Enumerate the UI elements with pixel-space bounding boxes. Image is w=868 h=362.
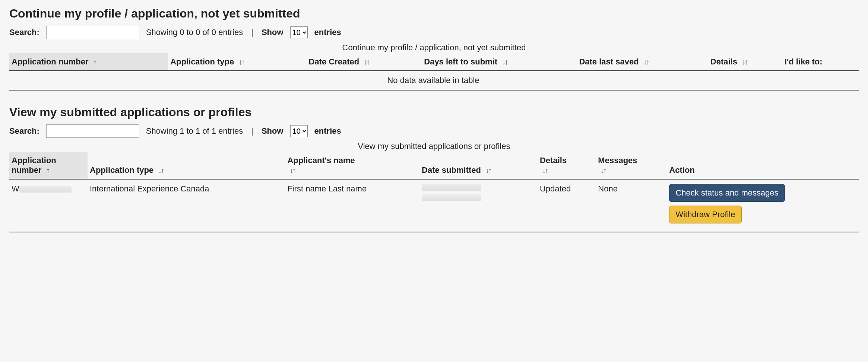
check-status-button[interactable]: Check status and messages xyxy=(669,184,785,202)
cell-application-number: W xyxy=(9,179,88,232)
sort-asc-icon: ↑ xyxy=(46,166,50,175)
continue-table-caption: Continue my profile / application, not y… xyxy=(9,43,859,53)
cell-details: Updated xyxy=(538,179,596,232)
cell-application-type: International Experience Canada xyxy=(88,179,285,232)
sort-both-icon: ↓↑ xyxy=(502,58,507,66)
col-label: I'd like to: xyxy=(785,57,823,66)
col-label: Action xyxy=(669,165,694,175)
col-application-number[interactable]: Application number ↑ xyxy=(9,53,168,71)
col-label: Days left to submit xyxy=(424,57,497,66)
col-application-number[interactable]: Application number ↑ xyxy=(9,152,88,179)
sort-both-icon: ↓↑ xyxy=(158,166,163,175)
col-label: Application type xyxy=(90,165,153,175)
col-messages[interactable]: Messages ↓↑ xyxy=(596,152,667,179)
sort-both-icon: ↓↑ xyxy=(600,166,605,175)
col-application-type[interactable]: Application type ↓↑ xyxy=(168,53,306,71)
col-label: Applicant's name xyxy=(287,156,355,165)
col-applicant-name[interactable]: Applicant's name ↓↑ xyxy=(285,152,419,179)
submitted-showing-text: Showing 1 to 1 of 1 entries xyxy=(146,126,243,136)
submitted-entries-select[interactable]: 10 xyxy=(290,125,308,137)
redacted-text xyxy=(19,186,72,193)
submitted-section-title: View my submitted applications or profil… xyxy=(9,105,859,119)
show-label: Show xyxy=(262,126,283,136)
col-date-last-saved[interactable]: Date last saved ↓↑ xyxy=(577,53,708,71)
col-label: Details xyxy=(710,57,737,66)
continue-table: Application number ↑ Application type ↓↑… xyxy=(9,53,859,90)
divider: | xyxy=(251,28,253,37)
continue-search-input[interactable] xyxy=(46,26,139,39)
cell-date-submitted xyxy=(419,179,538,232)
sort-asc-icon: ↑ xyxy=(93,58,97,66)
col-date-submitted[interactable]: Date submitted ↓↑ xyxy=(419,152,538,179)
submitted-table: Application number ↑ Application type ↓↑… xyxy=(9,152,859,232)
col-action: Action xyxy=(667,152,859,179)
entries-label: entries xyxy=(314,126,341,136)
redacted-text xyxy=(422,184,481,191)
continue-controls: Search: Showing 0 to 0 of 0 entries | Sh… xyxy=(9,26,859,39)
withdraw-profile-button[interactable]: Withdraw Profile xyxy=(669,206,741,223)
sort-both-icon: ↓↑ xyxy=(643,58,649,66)
col-days-left[interactable]: Days left to submit ↓↑ xyxy=(422,53,577,71)
submitted-controls: Search: Showing 1 to 1 of 1 entries | Sh… xyxy=(9,124,859,138)
redacted-text xyxy=(422,194,481,201)
col-label: Details xyxy=(540,156,567,165)
app-number-prefix: W xyxy=(12,184,19,193)
sort-both-icon: ↓↑ xyxy=(289,166,295,175)
table-row-empty: No data available in table xyxy=(9,71,859,90)
submitted-search-input[interactable] xyxy=(46,124,139,138)
search-label: Search: xyxy=(9,126,39,136)
col-details[interactable]: Details ↓↑ xyxy=(708,53,782,71)
col-label: Date Created xyxy=(309,57,359,66)
col-label: Messages xyxy=(598,156,637,165)
sort-both-icon: ↓↑ xyxy=(485,166,491,175)
col-date-created[interactable]: Date Created ↓↑ xyxy=(307,53,422,71)
show-label: Show xyxy=(262,28,283,37)
sort-both-icon: ↓↑ xyxy=(364,58,369,66)
col-details[interactable]: Details ↓↑ xyxy=(538,152,596,179)
search-label: Search: xyxy=(9,28,39,37)
cell-messages: None xyxy=(596,179,667,232)
col-application-type[interactable]: Application type ↓↑ xyxy=(88,152,285,179)
continue-section-title: Continue my profile / application, not y… xyxy=(9,7,859,20)
sort-both-icon: ↓↑ xyxy=(742,58,747,66)
entries-label: entries xyxy=(314,28,341,37)
col-label: Date last saved xyxy=(579,57,639,66)
col-label: Application number xyxy=(12,57,89,66)
sort-both-icon: ↓↑ xyxy=(238,58,244,66)
col-label: Application type xyxy=(170,57,234,66)
continue-showing-text: Showing 0 to 0 of 0 entries xyxy=(146,28,243,37)
col-id-like-to: I'd like to: xyxy=(782,53,859,71)
cell-action: Check status and messages Withdraw Profi… xyxy=(667,179,859,232)
divider: | xyxy=(251,126,253,136)
col-label: Date submitted xyxy=(422,165,481,175)
continue-entries-select[interactable]: 10 xyxy=(290,26,308,38)
no-data-cell: No data available in table xyxy=(9,71,859,90)
sort-both-icon: ↓↑ xyxy=(542,166,547,175)
cell-applicant-name: First name Last name xyxy=(285,179,419,232)
submitted-table-caption: View my submitted applications or profil… xyxy=(9,142,859,151)
table-row: W International Experience Canada First … xyxy=(9,179,859,232)
